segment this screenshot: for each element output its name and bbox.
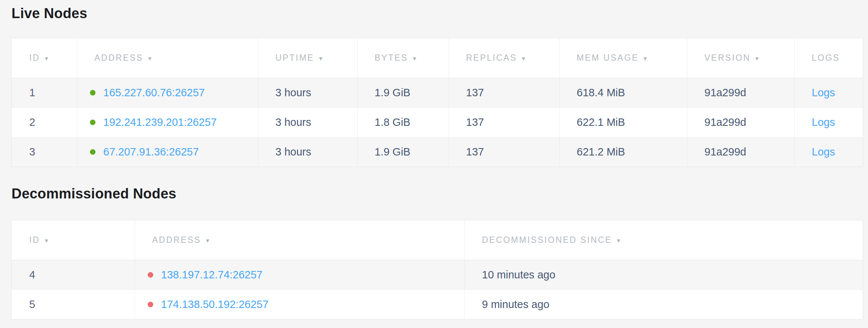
decommissioned-status-dot-icon — [148, 272, 153, 278]
decommissioned-status-dot-icon — [148, 302, 153, 307]
sort-arrow-icon: ▾ — [413, 54, 416, 63]
node-address-cell: 138.197.12.74:26257 — [135, 260, 465, 290]
column-header-label: UPTIME — [275, 53, 314, 63]
node-address-cell: 192.241.239.201:26257 — [77, 108, 258, 137]
column-header-replicas[interactable]: REPLICAS▾ — [449, 38, 560, 78]
column-header-label: DECOMMISSIONED SINCE — [482, 235, 612, 245]
table-row: 2 192.241.239.201:26257 3 hours 1.8 GiB … — [11, 108, 863, 137]
sort-arrow-icon: ▾ — [319, 54, 322, 63]
node-mem-usage-cell: 621.2 MiB — [560, 137, 687, 167]
logs-link[interactable]: Logs — [812, 116, 835, 128]
column-header-logs: LOGS — [795, 38, 863, 78]
column-header-version[interactable]: VERSION▾ — [687, 38, 795, 78]
live-status-dot-icon — [90, 120, 95, 125]
node-address-link[interactable]: 67.207.91.36:26257 — [103, 146, 199, 158]
live-nodes-header-row: ID▾ ADDRESS▾ UPTIME▾ BYTES▾ REPLICAS▾ ME… — [11, 38, 863, 78]
node-address-link[interactable]: 165.227.60.76:26257 — [103, 87, 205, 98]
node-id-cell: 5 — [11, 290, 135, 319]
table-row: 4 138.197.12.74:26257 10 minutes ago — [11, 260, 863, 290]
node-mem-usage-cell: 622.1 MiB — [560, 108, 687, 137]
node-address-cell: 165.227.60.76:26257 — [77, 78, 258, 108]
node-id-cell: 4 — [11, 260, 135, 290]
column-header-label: REPLICAS — [466, 53, 517, 63]
column-header-label: BYTES — [375, 53, 408, 63]
column-header-label: ID — [29, 235, 40, 245]
node-id-cell: 1 — [11, 78, 77, 108]
node-id-cell: 2 — [11, 108, 77, 137]
node-mem-usage-cell: 618.4 MiB — [560, 78, 687, 108]
column-header-label: VERSION — [704, 53, 751, 63]
column-header-id[interactable]: ID▾ — [11, 38, 77, 78]
sort-arrow-icon: ▾ — [206, 237, 209, 245]
node-version-cell: 91a299d — [687, 108, 795, 137]
node-address-link[interactable]: 192.241.239.201:26257 — [103, 116, 217, 128]
column-header-address[interactable]: ADDRESS▾ — [77, 38, 258, 78]
column-header-uptime[interactable]: UPTIME▾ — [258, 38, 358, 78]
table-row: 5 174.138.50.192:26257 9 minutes ago — [11, 290, 863, 319]
column-header-label: MEM USAGE — [577, 53, 639, 63]
table-row: 1 165.227.60.76:26257 3 hours 1.9 GiB 13… — [11, 78, 863, 108]
node-decommissioned-since-cell: 10 minutes ago — [465, 260, 863, 290]
column-header-decommissioned-since[interactable]: DECOMMISSIONED SINCE▾ — [465, 220, 863, 260]
node-bytes-cell: 1.8 GiB — [358, 108, 449, 137]
sort-arrow-icon: ▾ — [45, 54, 48, 63]
sort-arrow-icon: ▾ — [45, 237, 48, 245]
column-header-label: ADDRESS — [94, 53, 143, 63]
node-address-link[interactable]: 138.197.12.74:26257 — [161, 269, 262, 281]
live-nodes-title: Live Nodes — [11, 4, 868, 23]
live-status-dot-icon — [90, 90, 95, 96]
node-address-link[interactable]: 174.138.50.192:26257 — [161, 298, 268, 310]
sort-arrow-icon: ▾ — [617, 237, 620, 245]
node-version-cell: 91a299d — [687, 137, 795, 167]
logs-link[interactable]: Logs — [812, 87, 835, 98]
node-bytes-cell: 1.9 GiB — [358, 78, 449, 108]
table-row: 3 67.207.91.36:26257 3 hours 1.9 GiB 137… — [11, 137, 863, 167]
column-header-address[interactable]: ADDRESS▾ — [135, 220, 465, 260]
column-header-label: ID — [29, 53, 40, 63]
node-decommissioned-since-cell: 9 minutes ago — [465, 290, 863, 319]
sort-arrow-icon: ▾ — [755, 54, 759, 63]
node-replicas-cell: 137 — [449, 78, 560, 108]
decommissioned-nodes-table: ID▾ ADDRESS▾ DECOMMISSIONED SINCE▾ 4 138… — [11, 220, 863, 319]
node-logs-cell: Logs — [795, 78, 863, 108]
live-status-dot-icon — [90, 149, 95, 155]
node-logs-cell: Logs — [795, 137, 863, 167]
logs-link[interactable]: Logs — [812, 146, 835, 158]
node-version-cell: 91a299d — [687, 78, 795, 108]
column-header-label: ADDRESS — [152, 235, 201, 245]
node-replicas-cell: 137 — [449, 108, 560, 137]
live-nodes-table: ID▾ ADDRESS▾ UPTIME▾ BYTES▾ REPLICAS▾ ME… — [11, 38, 863, 167]
node-bytes-cell: 1.9 GiB — [358, 137, 449, 167]
column-header-label: LOGS — [812, 53, 840, 63]
node-uptime-cell: 3 hours — [258, 108, 358, 137]
node-replicas-cell: 137 — [449, 137, 560, 167]
column-header-id[interactable]: ID▾ — [11, 220, 135, 260]
node-uptime-cell: 3 hours — [258, 137, 358, 167]
node-logs-cell: Logs — [795, 108, 863, 137]
sort-arrow-icon: ▾ — [644, 54, 647, 63]
sort-arrow-icon: ▾ — [522, 54, 525, 63]
node-uptime-cell: 3 hours — [258, 78, 358, 108]
column-header-bytes[interactable]: BYTES▾ — [358, 38, 449, 78]
decommissioned-nodes-header-row: ID▾ ADDRESS▾ DECOMMISSIONED SINCE▾ — [11, 220, 863, 260]
decommissioned-nodes-title: Decommissioned Nodes — [11, 184, 868, 203]
column-header-mem-usage[interactable]: MEM USAGE▾ — [560, 38, 687, 78]
node-address-cell: 67.207.91.36:26257 — [77, 137, 258, 167]
sort-arrow-icon: ▾ — [148, 54, 151, 63]
node-address-cell: 174.138.50.192:26257 — [135, 290, 465, 319]
node-id-cell: 3 — [11, 137, 77, 167]
